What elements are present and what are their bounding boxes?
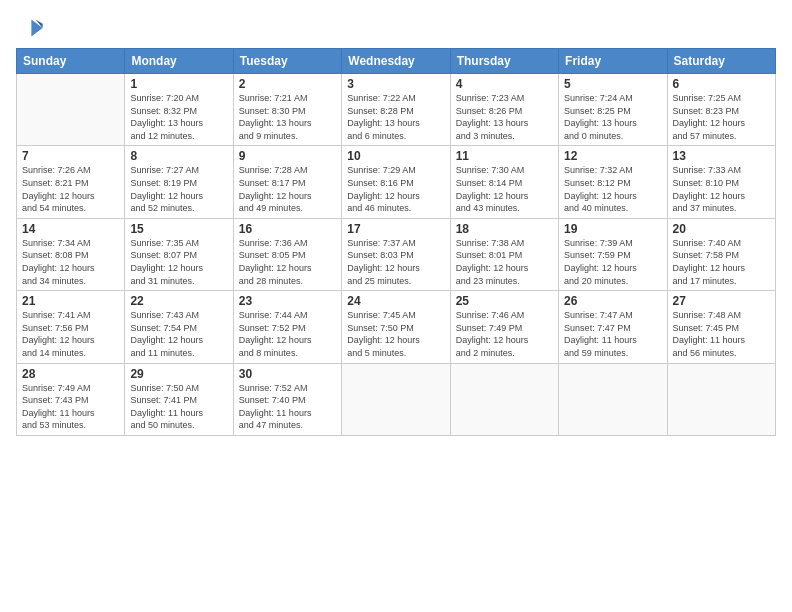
- calendar-cell: 6Sunrise: 7:25 AM Sunset: 8:23 PM Daylig…: [667, 74, 775, 146]
- day-number: 19: [564, 222, 661, 236]
- calendar-cell: 28Sunrise: 7:49 AM Sunset: 7:43 PM Dayli…: [17, 363, 125, 435]
- week-row-2: 7Sunrise: 7:26 AM Sunset: 8:21 PM Daylig…: [17, 146, 776, 218]
- calendar-cell: 20Sunrise: 7:40 AM Sunset: 7:58 PM Dayli…: [667, 218, 775, 290]
- weekday-header-friday: Friday: [559, 49, 667, 74]
- calendar-cell: 23Sunrise: 7:44 AM Sunset: 7:52 PM Dayli…: [233, 291, 341, 363]
- calendar-cell: 1Sunrise: 7:20 AM Sunset: 8:32 PM Daylig…: [125, 74, 233, 146]
- day-number: 21: [22, 294, 119, 308]
- weekday-header-row: SundayMondayTuesdayWednesdayThursdayFrid…: [17, 49, 776, 74]
- calendar-cell: 26Sunrise: 7:47 AM Sunset: 7:47 PM Dayli…: [559, 291, 667, 363]
- calendar-cell: 18Sunrise: 7:38 AM Sunset: 8:01 PM Dayli…: [450, 218, 558, 290]
- day-number: 3: [347, 77, 444, 91]
- day-info: Sunrise: 7:48 AM Sunset: 7:45 PM Dayligh…: [673, 309, 770, 359]
- weekday-header-wednesday: Wednesday: [342, 49, 450, 74]
- calendar-cell: 5Sunrise: 7:24 AM Sunset: 8:25 PM Daylig…: [559, 74, 667, 146]
- calendar-cell: 4Sunrise: 7:23 AM Sunset: 8:26 PM Daylig…: [450, 74, 558, 146]
- day-number: 10: [347, 149, 444, 163]
- day-number: 29: [130, 367, 227, 381]
- calendar-cell: 15Sunrise: 7:35 AM Sunset: 8:07 PM Dayli…: [125, 218, 233, 290]
- day-info: Sunrise: 7:29 AM Sunset: 8:16 PM Dayligh…: [347, 164, 444, 214]
- calendar-cell: 7Sunrise: 7:26 AM Sunset: 8:21 PM Daylig…: [17, 146, 125, 218]
- day-info: Sunrise: 7:26 AM Sunset: 8:21 PM Dayligh…: [22, 164, 119, 214]
- calendar-cell: [17, 74, 125, 146]
- day-number: 22: [130, 294, 227, 308]
- page: SundayMondayTuesdayWednesdayThursdayFrid…: [0, 0, 792, 612]
- weekday-header-thursday: Thursday: [450, 49, 558, 74]
- day-number: 9: [239, 149, 336, 163]
- day-number: 8: [130, 149, 227, 163]
- day-info: Sunrise: 7:39 AM Sunset: 7:59 PM Dayligh…: [564, 237, 661, 287]
- day-number: 30: [239, 367, 336, 381]
- day-number: 11: [456, 149, 553, 163]
- day-info: Sunrise: 7:25 AM Sunset: 8:23 PM Dayligh…: [673, 92, 770, 142]
- calendar-cell: 29Sunrise: 7:50 AM Sunset: 7:41 PM Dayli…: [125, 363, 233, 435]
- day-number: 17: [347, 222, 444, 236]
- day-info: Sunrise: 7:49 AM Sunset: 7:43 PM Dayligh…: [22, 382, 119, 432]
- day-number: 28: [22, 367, 119, 381]
- calendar-cell: 3Sunrise: 7:22 AM Sunset: 8:28 PM Daylig…: [342, 74, 450, 146]
- logo: [16, 14, 46, 42]
- week-row-1: 1Sunrise: 7:20 AM Sunset: 8:32 PM Daylig…: [17, 74, 776, 146]
- calendar-cell: [342, 363, 450, 435]
- day-info: Sunrise: 7:40 AM Sunset: 7:58 PM Dayligh…: [673, 237, 770, 287]
- day-number: 23: [239, 294, 336, 308]
- calendar-cell: 19Sunrise: 7:39 AM Sunset: 7:59 PM Dayli…: [559, 218, 667, 290]
- day-number: 26: [564, 294, 661, 308]
- day-info: Sunrise: 7:32 AM Sunset: 8:12 PM Dayligh…: [564, 164, 661, 214]
- day-info: Sunrise: 7:46 AM Sunset: 7:49 PM Dayligh…: [456, 309, 553, 359]
- calendar-cell: [667, 363, 775, 435]
- calendar-cell: 10Sunrise: 7:29 AM Sunset: 8:16 PM Dayli…: [342, 146, 450, 218]
- day-info: Sunrise: 7:50 AM Sunset: 7:41 PM Dayligh…: [130, 382, 227, 432]
- calendar-cell: 2Sunrise: 7:21 AM Sunset: 8:30 PM Daylig…: [233, 74, 341, 146]
- day-number: 1: [130, 77, 227, 91]
- day-info: Sunrise: 7:44 AM Sunset: 7:52 PM Dayligh…: [239, 309, 336, 359]
- calendar-cell: 8Sunrise: 7:27 AM Sunset: 8:19 PM Daylig…: [125, 146, 233, 218]
- day-info: Sunrise: 7:36 AM Sunset: 8:05 PM Dayligh…: [239, 237, 336, 287]
- calendar-cell: 25Sunrise: 7:46 AM Sunset: 7:49 PM Dayli…: [450, 291, 558, 363]
- calendar-cell: 16Sunrise: 7:36 AM Sunset: 8:05 PM Dayli…: [233, 218, 341, 290]
- day-number: 25: [456, 294, 553, 308]
- day-info: Sunrise: 7:41 AM Sunset: 7:56 PM Dayligh…: [22, 309, 119, 359]
- day-number: 14: [22, 222, 119, 236]
- calendar-cell: [559, 363, 667, 435]
- day-number: 18: [456, 222, 553, 236]
- week-row-4: 21Sunrise: 7:41 AM Sunset: 7:56 PM Dayli…: [17, 291, 776, 363]
- day-info: Sunrise: 7:33 AM Sunset: 8:10 PM Dayligh…: [673, 164, 770, 214]
- day-info: Sunrise: 7:20 AM Sunset: 8:32 PM Dayligh…: [130, 92, 227, 142]
- day-info: Sunrise: 7:37 AM Sunset: 8:03 PM Dayligh…: [347, 237, 444, 287]
- calendar-table: SundayMondayTuesdayWednesdayThursdayFrid…: [16, 48, 776, 436]
- calendar-cell: 13Sunrise: 7:33 AM Sunset: 8:10 PM Dayli…: [667, 146, 775, 218]
- week-row-3: 14Sunrise: 7:34 AM Sunset: 8:08 PM Dayli…: [17, 218, 776, 290]
- day-info: Sunrise: 7:35 AM Sunset: 8:07 PM Dayligh…: [130, 237, 227, 287]
- logo-icon: [16, 14, 44, 42]
- calendar-cell: 11Sunrise: 7:30 AM Sunset: 8:14 PM Dayli…: [450, 146, 558, 218]
- day-info: Sunrise: 7:34 AM Sunset: 8:08 PM Dayligh…: [22, 237, 119, 287]
- calendar-cell: 21Sunrise: 7:41 AM Sunset: 7:56 PM Dayli…: [17, 291, 125, 363]
- weekday-header-saturday: Saturday: [667, 49, 775, 74]
- day-info: Sunrise: 7:30 AM Sunset: 8:14 PM Dayligh…: [456, 164, 553, 214]
- calendar-cell: [450, 363, 558, 435]
- day-number: 4: [456, 77, 553, 91]
- weekday-header-monday: Monday: [125, 49, 233, 74]
- day-info: Sunrise: 7:21 AM Sunset: 8:30 PM Dayligh…: [239, 92, 336, 142]
- calendar-cell: 27Sunrise: 7:48 AM Sunset: 7:45 PM Dayli…: [667, 291, 775, 363]
- day-number: 15: [130, 222, 227, 236]
- day-info: Sunrise: 7:52 AM Sunset: 7:40 PM Dayligh…: [239, 382, 336, 432]
- day-info: Sunrise: 7:38 AM Sunset: 8:01 PM Dayligh…: [456, 237, 553, 287]
- calendar-cell: 17Sunrise: 7:37 AM Sunset: 8:03 PM Dayli…: [342, 218, 450, 290]
- day-number: 12: [564, 149, 661, 163]
- header: [16, 10, 776, 42]
- calendar-cell: 14Sunrise: 7:34 AM Sunset: 8:08 PM Dayli…: [17, 218, 125, 290]
- day-info: Sunrise: 7:27 AM Sunset: 8:19 PM Dayligh…: [130, 164, 227, 214]
- day-info: Sunrise: 7:24 AM Sunset: 8:25 PM Dayligh…: [564, 92, 661, 142]
- day-number: 7: [22, 149, 119, 163]
- day-number: 27: [673, 294, 770, 308]
- day-number: 5: [564, 77, 661, 91]
- day-info: Sunrise: 7:28 AM Sunset: 8:17 PM Dayligh…: [239, 164, 336, 214]
- day-info: Sunrise: 7:45 AM Sunset: 7:50 PM Dayligh…: [347, 309, 444, 359]
- day-info: Sunrise: 7:47 AM Sunset: 7:47 PM Dayligh…: [564, 309, 661, 359]
- day-number: 2: [239, 77, 336, 91]
- day-info: Sunrise: 7:43 AM Sunset: 7:54 PM Dayligh…: [130, 309, 227, 359]
- day-number: 16: [239, 222, 336, 236]
- day-info: Sunrise: 7:23 AM Sunset: 8:26 PM Dayligh…: [456, 92, 553, 142]
